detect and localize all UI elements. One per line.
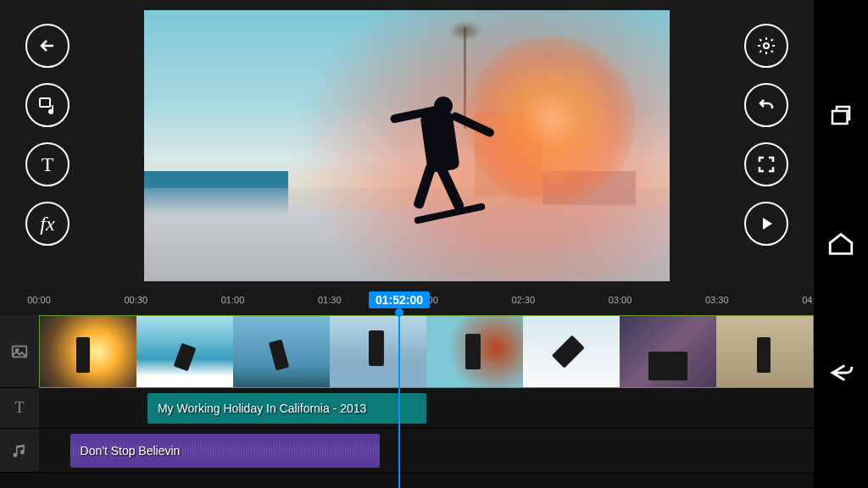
ruler-tick: 01:00 [221, 295, 245, 305]
clip-thumbnail [716, 316, 813, 387]
timeline: 00:0000:3001:0001:3002:0002:3003:0003:30… [0, 288, 814, 488]
text-track: T My Working Holiday In California - 201… [0, 388, 814, 429]
recents-icon [828, 103, 854, 128]
text-t-icon: T [15, 399, 25, 417]
ruler-tick: 03:00 [609, 295, 632, 305]
media-icon [37, 95, 58, 115]
clip-thumbnail [523, 316, 620, 387]
back-button[interactable] [25, 24, 70, 68]
svg-point-1 [764, 43, 769, 48]
video-editor-app: T fx [0, 0, 814, 488]
video-clip[interactable] [716, 316, 813, 387]
preview-viewport[interactable] [102, 0, 712, 288]
fx-button[interactable]: fx [25, 202, 70, 246]
video-clip[interactable] [136, 316, 233, 387]
arrow-left-icon [37, 36, 58, 56]
time-ruler[interactable]: 00:0000:3001:0001:3002:0002:3003:0003:30… [0, 288, 814, 315]
ruler-tick: 01:30 [318, 295, 342, 305]
title-clip-label: My Working Holiday In California - 2013 [158, 402, 366, 415]
media-button[interactable] [25, 83, 70, 127]
text-track-head[interactable]: T [0, 388, 39, 429]
ruler-tick: 03:30 [705, 295, 729, 305]
video-clip[interactable] [330, 316, 426, 387]
audio-track-head[interactable] [0, 429, 39, 473]
clip-thumbnail [40, 316, 136, 387]
svg-rect-4 [832, 111, 848, 124]
right-toolbar [712, 0, 814, 288]
video-track-body[interactable] [39, 315, 814, 388]
home-button[interactable] [824, 227, 858, 261]
svg-rect-0 [40, 98, 50, 107]
ruler-tick: 00:30 [124, 295, 147, 305]
audio-clip[interactable]: Don't Stop Believin [70, 434, 381, 468]
clip-thumbnail [233, 316, 330, 387]
video-clip[interactable] [523, 316, 620, 387]
video-track [0, 315, 814, 388]
ruler-tick: 00:00 [27, 295, 51, 305]
clip-thumbnail [136, 316, 233, 387]
play-button[interactable] [744, 202, 788, 246]
video-clip[interactable] [40, 316, 136, 387]
clip-thumbnail [620, 316, 716, 387]
clip-thumbnail [330, 316, 426, 387]
ruler-tick: 02:30 [511, 295, 535, 305]
music-icon [11, 442, 28, 459]
undo-button[interactable] [744, 83, 788, 127]
play-icon [756, 214, 776, 234]
back-arrow-icon [826, 358, 855, 387]
preview-area: T fx [0, 0, 814, 288]
audio-clip-label: Don't Stop Believin [81, 444, 181, 458]
left-toolbar: T fx [0, 0, 102, 288]
fullscreen-icon [756, 154, 776, 175]
fx-icon: fx [40, 213, 54, 236]
video-track-head[interactable] [0, 315, 39, 388]
back-nav-button[interactable] [824, 356, 858, 390]
undo-icon [756, 95, 776, 115]
audio-track: Don't Stop Believin [0, 429, 814, 473]
video-clip[interactable] [620, 316, 716, 387]
title-clip[interactable]: My Working Holiday In California - 2013 [147, 393, 426, 424]
tracks: T My Working Holiday In California - 201… [0, 315, 814, 488]
settings-button[interactable] [744, 24, 788, 68]
text-t-icon: T [42, 153, 54, 176]
text-track-body[interactable]: My Working Holiday In California - 2013 [39, 388, 814, 429]
video-clip[interactable] [426, 316, 523, 387]
preview-frame [144, 10, 670, 281]
video-clip[interactable] [233, 316, 330, 387]
clip-thumbnail [426, 316, 523, 387]
system-nav-bar [814, 0, 868, 488]
text-button[interactable]: T [25, 142, 70, 186]
home-icon [826, 230, 855, 258]
image-icon [10, 342, 29, 361]
playhead-time: 01:52:00 [369, 291, 430, 308]
audio-track-body[interactable]: Don't Stop Believin [39, 429, 814, 473]
gear-icon [756, 36, 776, 56]
fullscreen-button[interactable] [744, 142, 788, 186]
playhead[interactable] [398, 312, 400, 488]
recents-button[interactable] [824, 98, 858, 132]
playhead-knob[interactable] [395, 308, 403, 317]
